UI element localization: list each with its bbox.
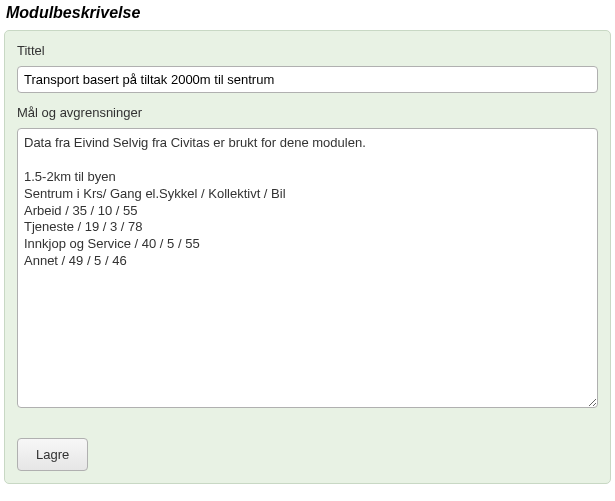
title-input[interactable]	[17, 66, 598, 93]
goals-field-group: Mål og avgrensninger	[17, 105, 598, 412]
form-panel: Tittel Mål og avgrensninger Lagre	[4, 30, 611, 484]
title-field-group: Tittel	[17, 43, 598, 93]
goals-textarea[interactable]	[17, 128, 598, 408]
module-heading: Modulbeskrivelse	[4, 4, 611, 22]
save-button[interactable]: Lagre	[17, 438, 88, 471]
module-description-form: Modulbeskrivelse Tittel Mål og avgrensni…	[4, 4, 611, 484]
title-label: Tittel	[17, 43, 598, 58]
goals-label: Mål og avgrensninger	[17, 105, 598, 120]
